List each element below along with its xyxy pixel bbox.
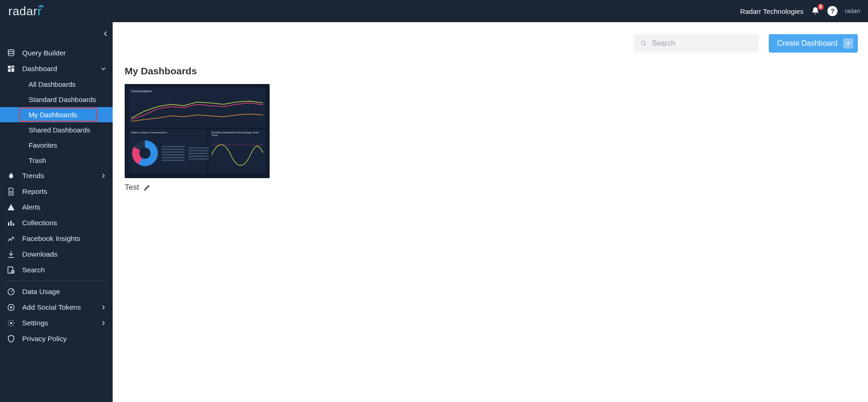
sidebar-item-search[interactable]: Search — [0, 262, 113, 278]
svg-point-0 — [8, 50, 14, 52]
sidebar-item-label: All Dashboards — [29, 80, 76, 88]
sidebar-item-collections[interactable]: Collections — [0, 215, 113, 231]
create-dashboard-label: Create Dashboard — [777, 39, 838, 48]
sidebar-item-label: Downloads — [22, 250, 58, 258]
sidebar-item-label: Dashboard — [22, 65, 57, 73]
svg-point-14 — [641, 41, 645, 45]
svg-rect-2 — [12, 66, 14, 67]
notification-badge: 8 — [818, 4, 824, 10]
search-input[interactable] — [652, 39, 753, 48]
sidebar-item-label: Facebook Insights — [22, 234, 80, 243]
sidebar-item-reports[interactable]: Reports — [0, 184, 113, 199]
sidebar-item-label: Privacy Policy — [22, 335, 66, 343]
page-title: My Dashboards — [113, 53, 868, 84]
sidebar-item-data-usage[interactable]: Data Usage — [0, 284, 113, 300]
sidebar-item-label: Trends — [22, 172, 44, 180]
chevron-down-icon — [101, 66, 106, 72]
org-name[interactable]: Radarr Technologies — [740, 7, 803, 15]
sidebar-collapse-button[interactable] — [102, 30, 109, 37]
sidebar-item-label: Add Social Tokens — [22, 303, 81, 312]
sidebar-item-label: Standard Dashboards — [29, 96, 96, 103]
sidebar-item-facebook-insights[interactable]: Facebook Insights — [0, 231, 113, 246]
svg-rect-1 — [8, 66, 11, 68]
sidebar-sub-favorites[interactable]: Favorites — [0, 138, 113, 153]
svg-rect-7 — [13, 223, 14, 226]
thumbnail-chart-wave: Positive Sentiment Percentage Over Time — [209, 129, 266, 174]
sidebar-sub-all-dashboards[interactable]: All Dashboards — [0, 77, 113, 92]
svg-rect-6 — [11, 221, 12, 226]
main-content: Create Dashboard + My Dashboards Convers… — [113, 22, 868, 402]
sidebar-item-downloads[interactable]: Downloads — [0, 246, 113, 262]
alert-icon — [7, 203, 15, 211]
sidebar: Query Builder Dashboard All Dashboards S… — [0, 22, 113, 402]
sidebar-item-dashboard[interactable]: Dashboard — [0, 61, 113, 77]
wifi-arc-icon — [38, 2, 44, 9]
thumbnail-chart-top: Conversation — [128, 88, 266, 127]
insights-icon — [7, 234, 15, 243]
sidebar-item-privacy-policy[interactable]: Privacy Policy — [0, 331, 113, 347]
flame-icon — [7, 172, 15, 180]
sidebar-item-label: Collections — [22, 219, 57, 227]
sidebar-sub-standard-dashboards[interactable]: Standard Dashboards — [0, 92, 113, 107]
topbar: radarr Radarr Technologies 8 ? radarr — [0, 0, 868, 22]
notifications-button[interactable]: 8 — [811, 6, 820, 16]
dashboard-thumbnail[interactable]: Conversation Share unique Conversation — [125, 84, 270, 178]
sidebar-sub-my-dashboards[interactable]: My Dashboards — [0, 107, 113, 122]
chevron-right-icon — [101, 305, 106, 310]
sidebar-item-label: Favorites — [29, 141, 57, 149]
sidebar-item-label: Data Usage — [22, 288, 60, 296]
database-icon — [7, 49, 15, 57]
thumbnail-chart-donut: Share unique Conversation — [128, 129, 207, 174]
svg-rect-4 — [8, 69, 11, 72]
dashboard-list: Conversation Share unique Conversation — [113, 84, 868, 192]
search-page-icon — [7, 266, 15, 274]
sidebar-item-label: Shared Dashboards — [29, 126, 90, 134]
plus-icon: + — [843, 38, 853, 48]
toolbar: Create Dashboard + — [113, 22, 868, 53]
svg-point-13 — [10, 322, 12, 324]
search-box[interactable] — [634, 34, 759, 53]
mini-brand: radarr — [845, 8, 861, 14]
sidebar-item-add-social-tokens[interactable]: Add Social Tokens — [0, 300, 113, 315]
sidebar-sub-trash[interactable]: Trash — [0, 153, 113, 168]
token-icon — [7, 303, 15, 312]
sidebar-item-label: Search — [22, 266, 45, 274]
svg-rect-8 — [8, 267, 13, 273]
shield-icon — [7, 335, 15, 343]
sidebar-item-label: My Dashboards — [29, 111, 77, 119]
wave-chart-icon — [211, 137, 263, 172]
chevron-left-icon — [102, 30, 109, 37]
create-dashboard-button[interactable]: Create Dashboard + — [769, 34, 858, 53]
sidebar-item-label: Query Builder — [22, 49, 66, 57]
sidebar-item-query-builder[interactable]: Query Builder — [0, 45, 113, 61]
sidebar-item-label: Trash — [29, 156, 46, 164]
line-chart-icon — [131, 93, 263, 124]
dashboard-card: Conversation Share unique Conversation — [125, 84, 270, 192]
dashboard-name: Test — [125, 183, 139, 192]
collections-icon — [7, 219, 15, 227]
chevron-right-icon — [101, 173, 106, 179]
sidebar-item-settings[interactable]: Settings — [0, 315, 113, 331]
svg-point-12 — [10, 306, 12, 309]
sidebar-divider — [6, 281, 107, 281]
dashboard-icon — [7, 65, 15, 73]
search-icon — [640, 40, 647, 47]
sidebar-item-alerts[interactable]: Alerts — [0, 199, 113, 215]
sidebar-item-trends[interactable]: Trends — [0, 168, 113, 184]
sidebar-item-label: Alerts — [22, 203, 41, 211]
chevron-right-icon — [101, 320, 106, 326]
gear-icon — [7, 319, 15, 327]
sidebar-item-label: Settings — [22, 319, 48, 327]
pencil-icon[interactable] — [144, 184, 151, 191]
download-icon — [7, 250, 15, 258]
meter-icon — [7, 288, 15, 296]
help-button[interactable]: ? — [827, 6, 838, 16]
document-icon — [7, 187, 15, 196]
brand-logo[interactable]: radarr — [8, 4, 42, 18]
svg-rect-3 — [12, 68, 14, 72]
sidebar-item-label: Reports — [22, 187, 47, 196]
sidebar-sub-shared-dashboards[interactable]: Shared Dashboards — [0, 122, 113, 138]
svg-rect-5 — [8, 222, 9, 226]
